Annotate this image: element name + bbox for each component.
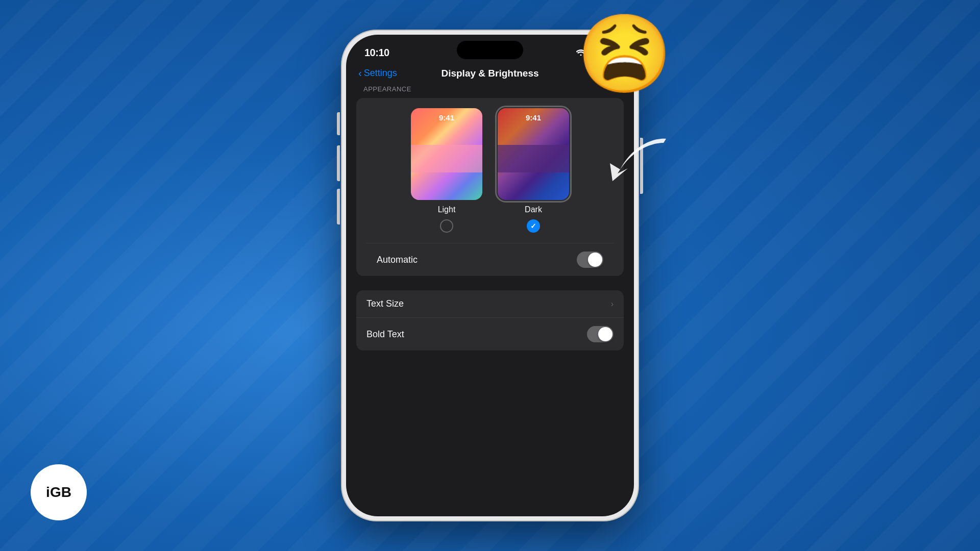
appearance-options: 9:41 Light 9:41 Dark: [366, 108, 614, 243]
signal-icon: 5G: [590, 49, 598, 57]
automatic-label: Automatic: [377, 255, 418, 265]
text-size-chevron-wrap: ›: [611, 299, 614, 309]
automatic-toggle[interactable]: [577, 252, 603, 268]
settings-content: APPEARANCE 9:41 Light: [346, 85, 634, 355]
back-button[interactable]: ‹ Settings: [358, 67, 397, 79]
status-time: 10:10: [364, 47, 389, 59]
appearance-section-label: APPEARANCE: [356, 85, 624, 98]
appearance-card: 9:41 Light 9:41 Dark: [356, 98, 624, 276]
power-button: [640, 138, 643, 194]
back-chevron-icon: ‹: [358, 67, 362, 79]
status-icons: 5G: [576, 48, 616, 57]
toggle-knob: [588, 253, 602, 267]
light-mode-option[interactable]: 9:41 Light: [411, 108, 482, 233]
mute-button: [337, 112, 340, 135]
bold-text-row: Bold Text: [356, 318, 624, 350]
bold-text-toggle[interactable]: [587, 326, 614, 342]
dark-preview-time: 9:41: [526, 113, 541, 122]
bold-text-label: Bold Text: [366, 329, 404, 340]
light-mode-radio[interactable]: [440, 219, 453, 233]
phone-outer: 10:10 5G: [342, 31, 638, 520]
battery-icon: [602, 49, 616, 56]
dark-preview-thumbnail: 9:41: [498, 108, 569, 200]
phone-screen: 10:10 5G: [346, 35, 634, 516]
phone-device: 😫 10:10: [342, 31, 638, 520]
dark-mode-label: Dark: [525, 205, 542, 214]
igb-logo: iGB: [31, 464, 87, 520]
navigation-bar: ‹ Settings Display & Brightness: [346, 63, 634, 85]
volume-up-button: [337, 145, 340, 181]
display-settings-list: Text Size › Bold Text: [356, 290, 624, 350]
text-size-row[interactable]: Text Size ›: [356, 290, 624, 318]
volume-down-button: [337, 189, 340, 224]
light-preview-time: 9:41: [439, 113, 454, 122]
page-title: Display & Brightness: [441, 68, 538, 79]
dynamic-island: [457, 41, 523, 59]
automatic-row: Automatic: [366, 243, 614, 276]
dark-mode-option[interactable]: 9:41 Dark: [498, 108, 569, 233]
wifi-icon: [576, 48, 585, 57]
text-size-label: Text Size: [366, 298, 404, 309]
light-preview-thumbnail: 9:41: [411, 108, 482, 200]
bold-text-toggle-knob: [598, 327, 612, 341]
light-mode-label: Light: [438, 205, 456, 214]
back-label: Settings: [364, 68, 397, 79]
text-size-chevron-icon: ›: [611, 299, 614, 309]
dark-mode-radio[interactable]: [527, 219, 540, 233]
